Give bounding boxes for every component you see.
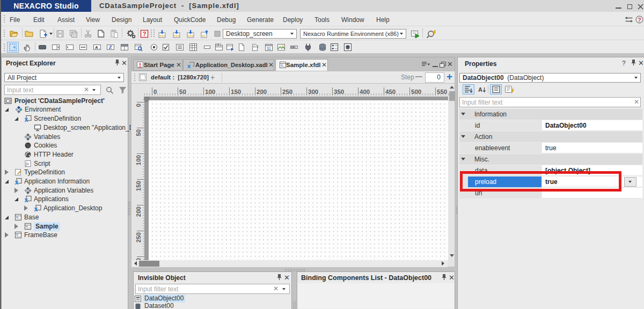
svg-text:0: 0 (153, 89, 157, 95)
svg-text:x: x (25, 116, 28, 122)
svg-text:Z: Z (108, 45, 112, 50)
svg-text:XYZ: XYZ (253, 45, 259, 48)
svg-text:400: 400 (360, 89, 370, 95)
svg-text:250: 250 (282, 89, 292, 95)
svg-text:100: 100 (135, 155, 142, 165)
svg-text:150: 150 (231, 89, 241, 95)
svg-text:?: ? (143, 31, 147, 37)
svg-text:x: x (15, 179, 19, 185)
svg-text:0: 0 (135, 104, 142, 107)
svg-text:350: 350 (334, 89, 344, 95)
svg-text:550: 550 (437, 89, 447, 95)
svg-text:300: 300 (308, 89, 318, 95)
svg-text:100: 100 (205, 89, 215, 95)
svg-text:200: 200 (257, 89, 267, 95)
svg-text:31: 31 (267, 47, 271, 50)
svg-text:x: x (34, 205, 38, 212)
svg-text:450: 450 (385, 89, 396, 95)
svg-text:200: 200 (135, 207, 142, 217)
svg-text:?: ? (638, 17, 641, 23)
svg-text:500: 500 (411, 89, 421, 95)
svg-text:x: x (25, 196, 28, 203)
svg-text:A: A (478, 86, 482, 93)
svg-text:A: A (95, 45, 98, 50)
svg-text:fx: fx (26, 161, 29, 166)
svg-text:x: x (187, 63, 191, 69)
svg-text:50: 50 (179, 89, 186, 95)
svg-text:250: 250 (135, 232, 142, 242)
svg-text:150: 150 (135, 181, 142, 191)
svg-text:50: 50 (135, 129, 142, 136)
